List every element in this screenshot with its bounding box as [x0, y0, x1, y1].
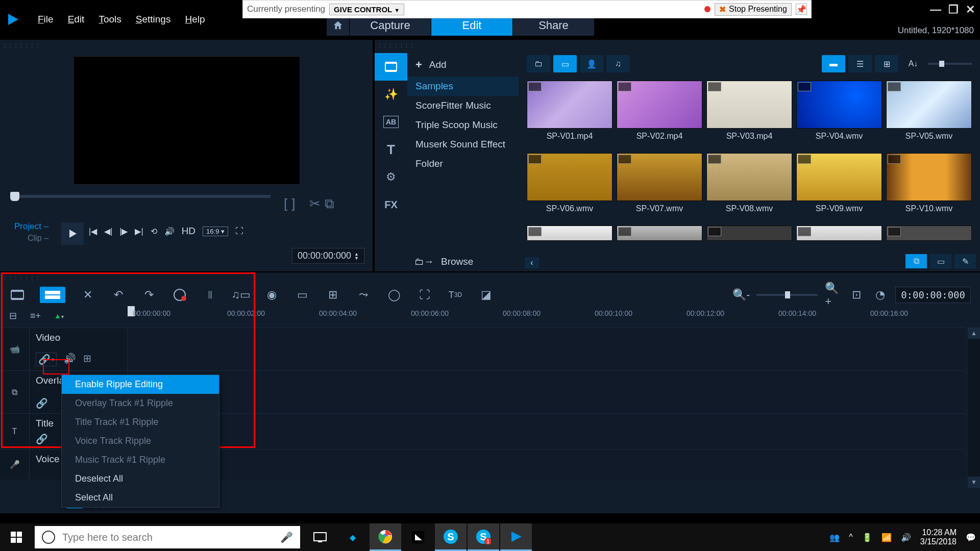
library-add-button[interactable]: + Add: [407, 53, 519, 77]
track-area[interactable]: [128, 371, 965, 413]
clip-thumbnail[interactable]: [617, 153, 702, 201]
clip-item[interactable]: [886, 226, 972, 249]
tools-icon[interactable]: ✕: [80, 287, 96, 303]
battery-icon[interactable]: 🔋: [862, 533, 872, 542]
wifi-icon[interactable]: 📶: [881, 533, 892, 542]
notifications-icon[interactable]: 💬: [966, 533, 976, 542]
step-fwd-icon[interactable]: |▶: [119, 227, 128, 236]
menu-tools[interactable]: Tools: [99, 14, 121, 25]
timeline-view-icon[interactable]: [40, 287, 65, 303]
split-icon[interactable]: ✂: [309, 196, 321, 212]
mode-project[interactable]: Project –: [14, 221, 48, 232]
clip-thumbnail[interactable]: [886, 153, 972, 201]
zoom-slider[interactable]: [756, 294, 818, 296]
maximize-button[interactable]: ❐: [948, 3, 959, 16]
close-button[interactable]: ✕: [966, 3, 975, 16]
add-track-icon[interactable]: ≡+: [30, 311, 41, 321]
tab-capture[interactable]: Capture: [349, 15, 431, 36]
preview-timecode[interactable]: 00:00:00:000 ▲▼: [292, 248, 364, 264]
clip-item[interactable]: SP-V05.wmv: [886, 81, 972, 149]
volume-icon[interactable]: 🔊: [164, 227, 175, 236]
clip-thumbnail[interactable]: [796, 153, 882, 201]
track-area[interactable]: [128, 449, 965, 480]
menu-file[interactable]: File: [38, 14, 54, 25]
snapshot-icon[interactable]: ⧉: [325, 196, 334, 212]
clip-item[interactable]: SP-V01.mp4: [527, 81, 612, 149]
record-icon[interactable]: [172, 287, 188, 303]
lib-footer-btn2[interactable]: ▭: [930, 254, 951, 268]
clip-thumbnail[interactable]: [886, 226, 972, 241]
menu-deselect-all[interactable]: Deselect All: [62, 469, 219, 488]
aspect-button[interactable]: 16:9 ▾: [203, 227, 228, 236]
zoom-out-icon[interactable]: 🔍-: [733, 287, 749, 303]
panel-gripper[interactable]: : : : : : : :: [379, 42, 414, 49]
clip-item[interactable]: SP-V04.wmv: [796, 81, 882, 149]
fit-project-icon[interactable]: ⊡: [848, 287, 865, 303]
lib-transitions-icon[interactable]: ✨: [375, 81, 407, 108]
view-grid-button[interactable]: ⊞: [875, 55, 898, 72]
step-back-icon[interactable]: ◀|: [104, 227, 112, 236]
skype2-icon[interactable]: S1: [468, 523, 499, 551]
clip-item[interactable]: SP-V07.wmv: [617, 153, 702, 221]
filter-video-button[interactable]: ▭: [553, 55, 577, 72]
speed-icon[interactable]: ⤳: [355, 287, 372, 303]
timeline-timecode[interactable]: 0:00:00:000: [895, 287, 971, 303]
zoom-in-icon[interactable]: 🔍+: [825, 287, 841, 303]
menu-title-ripple[interactable]: Title Track #1 Ripple: [62, 413, 219, 432]
app-icon[interactable]: [402, 523, 434, 551]
goto-end-icon[interactable]: ▶|: [135, 227, 143, 236]
filter-audio-button[interactable]: ♫: [606, 55, 630, 72]
menu-voice-ripple[interactable]: Voice Track Ripple: [62, 432, 219, 450]
clip-item[interactable]: SP-V08.wmv: [706, 153, 792, 221]
thumbnail-size-slider[interactable]: [928, 63, 972, 65]
sound-icon[interactable]: 🔊: [901, 533, 911, 542]
library-item-folder[interactable]: Folder: [407, 154, 519, 173]
clip-item[interactable]: SP-V09.wmv: [796, 153, 882, 221]
clip-item[interactable]: [527, 226, 612, 249]
duration-icon[interactable]: ◔: [872, 287, 888, 303]
goto-start-icon[interactable]: |◀: [89, 227, 97, 236]
storyboard-view-icon[interactable]: [9, 287, 26, 303]
scroll-up-icon[interactable]: ▲: [968, 328, 980, 339]
library-browse-button[interactable]: 🗀→ Browse: [414, 256, 473, 267]
scrub-bar[interactable]: [10, 195, 271, 198]
lib-title-icon[interactable]: AB: [383, 116, 399, 128]
app-icon[interactable]: ◆: [337, 523, 369, 551]
library-item-samples[interactable]: Samples: [407, 77, 519, 96]
mic-icon[interactable]: 🎤: [280, 531, 293, 543]
scroll-left-button[interactable]: ‹: [525, 257, 539, 268]
lib-footer-btn1[interactable]: ⧉: [905, 254, 927, 268]
track-title-icon[interactable]: T: [0, 414, 30, 449]
track-video-icon[interactable]: 📹: [0, 328, 30, 370]
link-icon[interactable]: 🔗: [36, 433, 48, 445]
skype-icon[interactable]: S: [435, 523, 467, 551]
clip-thumbnail[interactable]: [796, 81, 882, 129]
clip-thumbnail[interactable]: [706, 153, 792, 201]
track-motion-icon[interactable]: ◯: [386, 287, 402, 303]
clip-thumbnail[interactable]: [706, 81, 792, 129]
loop-icon[interactable]: ⟲: [151, 227, 157, 236]
undo-icon[interactable]: ↶: [110, 287, 127, 303]
clip-thumbnail[interactable]: [527, 81, 612, 129]
scroll-down-icon[interactable]: ▼: [968, 477, 980, 488]
panel-gripper[interactable]: : : : : : : :: [4, 274, 39, 282]
timeline-ruler[interactable]: 00:00:00:00 00:00:02:00 00:00:04:00 00:0…: [128, 308, 965, 323]
clip-item[interactable]: SP-V03.mp4: [706, 81, 792, 149]
lib-fx-icon[interactable]: FX: [375, 191, 407, 218]
timeline-vscroll[interactable]: ▲ ▼: [968, 328, 980, 488]
home-button[interactable]: [327, 15, 349, 36]
track-options-icon[interactable]: ⊟: [9, 310, 17, 321]
clip-item[interactable]: SP-V06.wmv: [527, 153, 612, 221]
filter-photo-button[interactable]: 👤: [580, 55, 603, 72]
clip-item[interactable]: SP-V10.wmv: [886, 153, 972, 221]
clip-thumbnail[interactable]: [796, 226, 882, 241]
auto-music-icon[interactable]: ♫▭: [233, 287, 249, 303]
people-icon[interactable]: 👥: [829, 533, 840, 542]
lib-media-icon[interactable]: [375, 53, 407, 81]
track-area[interactable]: [128, 414, 965, 449]
marker-icon[interactable]: ▲▾: [54, 312, 64, 320]
menu-settings[interactable]: Settings: [136, 14, 171, 25]
menu-select-all[interactable]: Select All: [62, 488, 219, 507]
clip-thumbnail[interactable]: [617, 226, 702, 241]
library-item-triple-scoop[interactable]: Triple Scoop Music: [407, 115, 519, 135]
